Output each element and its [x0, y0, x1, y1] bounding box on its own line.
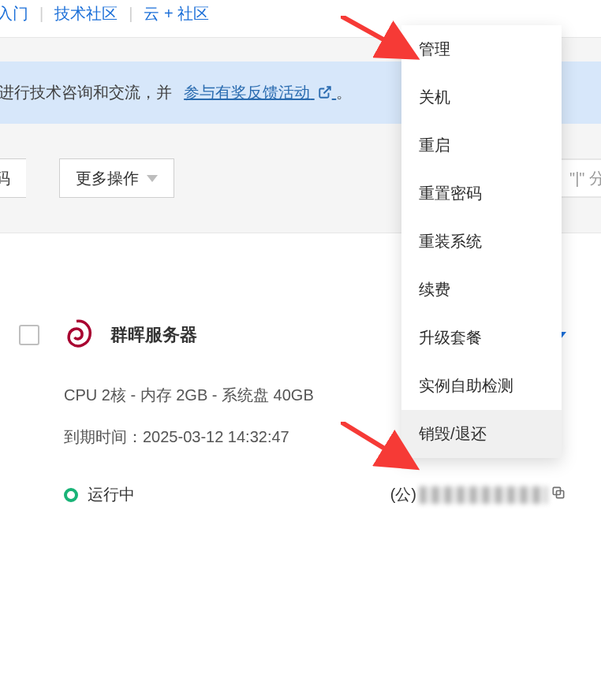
more-actions-button[interactable]: 更多操作 — [59, 158, 174, 198]
status-label: 运行中 — [88, 484, 135, 505]
search-placeholder-text: "|" 分 — [569, 169, 601, 187]
toolbar-button-partial-label: 码 — [0, 167, 10, 189]
menu-upgrade[interactable]: 升级套餐 — [401, 314, 562, 362]
topnav-link-0[interactable]: 夏入门 — [0, 3, 28, 24]
notice-link-text: 参与有奖反馈活动 — [184, 84, 310, 101]
notice-text-prefix: 进行技术咨询和交流，并 — [0, 84, 172, 101]
topnav-link-1[interactable]: 技术社区 — [54, 3, 118, 24]
menu-reboot[interactable]: 重启 — [401, 121, 562, 169]
menu-renew[interactable]: 续费 — [401, 266, 562, 314]
notice-link[interactable]: 参与有奖反馈活动 — [184, 84, 336, 101]
divider: | — [39, 5, 43, 23]
divider: | — [129, 5, 133, 23]
expire-value: 2025-03-12 14:32:47 — [143, 428, 289, 445]
expire-prefix: 到期时间： — [64, 428, 143, 445]
debian-logo-icon — [57, 315, 96, 355]
more-actions-label: 更多操作 — [76, 167, 139, 189]
external-link-icon — [318, 85, 332, 103]
copy-icon[interactable] — [551, 485, 566, 505]
menu-reinstall[interactable]: 重装系统 — [401, 218, 562, 266]
menu-reset-password[interactable]: 重置密码 — [401, 169, 562, 218]
public-ip: (公) — [390, 484, 566, 505]
menu-destroy[interactable]: 销毁/退还 — [401, 410, 562, 458]
status-running-icon — [64, 488, 78, 502]
instance-checkbox[interactable] — [19, 325, 39, 345]
ip-value-blurred — [420, 486, 547, 504]
toolbar-button-partial[interactable]: 码 — [0, 158, 26, 198]
menu-self-check[interactable]: 实例自助检测 — [401, 362, 562, 410]
ip-prefix: (公) — [390, 484, 416, 505]
search-input[interactable]: "|" 分 — [558, 159, 601, 198]
instance-dropdown-menu: 管理 关机 重启 重置密码 重装系统 续费 升级套餐 实例自助检测 销毁/退还 — [401, 25, 562, 458]
menu-manage[interactable]: 管理 — [401, 25, 562, 73]
chevron-down-icon — [147, 175, 158, 182]
status-row: 运行中 (公) — [19, 484, 566, 505]
menu-shutdown[interactable]: 关机 — [401, 73, 562, 121]
topnav-link-2[interactable]: 云 + 社区 — [144, 3, 209, 24]
notice-text-suffix: 。 — [336, 84, 352, 101]
